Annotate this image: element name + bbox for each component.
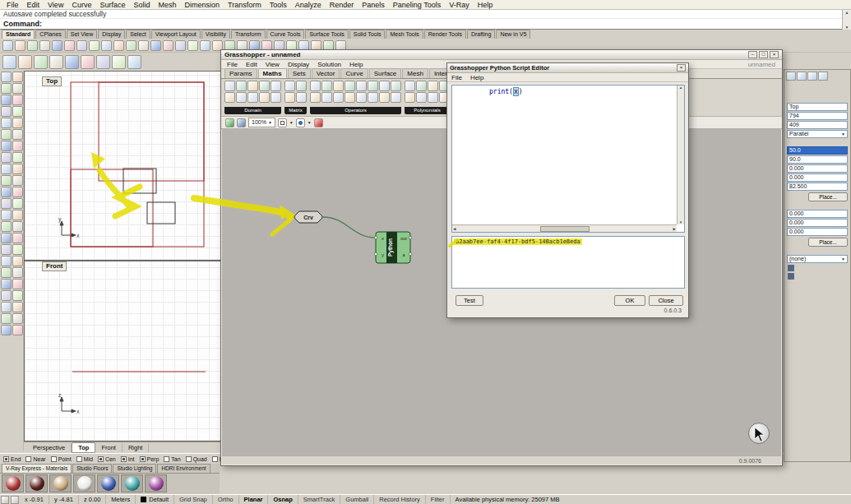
toolbar-tab[interactable]: CPlanes [35,30,65,39]
viewport-top-label[interactable]: Top [42,76,62,86]
viewport-tab[interactable]: Top [72,442,95,453]
toolbar-tab[interactable]: Viewport Layout [151,30,201,39]
toolbar-icon[interactable] [64,40,75,51]
sidebar-tool-icon[interactable] [12,267,23,278]
ribbon-tool-icon[interactable] [310,81,321,91]
vray-tab[interactable]: V-Ray Express - Materials [2,464,72,473]
osnap-toggle[interactable]: Int [121,456,135,462]
viewport-tab[interactable]: Right [123,443,150,452]
category-tab[interactable]: Vector [312,68,340,78]
sidebar-tool-icon[interactable] [12,256,23,266]
status-toggle[interactable]: Ortho [213,495,239,504]
sidebar-tool-icon[interactable] [12,164,23,174]
save-file-icon[interactable] [237,118,246,127]
grid-icon[interactable] [11,496,19,504]
sidebar-tool-icon[interactable] [12,198,23,209]
sidebar-tool-icon[interactable] [1,152,12,163]
sidebar-tool-icon[interactable] [1,83,12,94]
sidebar-tool-icon[interactable] [12,302,23,312]
sidebar-tool-icon[interactable] [1,233,12,243]
osnap-toggle[interactable]: Perp [140,456,160,462]
ribbon-tool-icon[interactable] [333,81,344,91]
toolbar-tab[interactable]: Set View [67,30,98,39]
status-toggle[interactable]: Osnap [268,495,298,504]
toolbar-icon[interactable] [2,55,16,69]
command-prompt[interactable]: Command: [0,19,851,30]
status-toggle[interactable]: SmartTrack [298,495,340,504]
sidebar-tool-icon[interactable] [1,210,12,220]
selection-marquee-icon[interactable] [278,118,287,127]
osnap-toggle[interactable]: End [3,456,21,462]
wallpaper-show-checkbox[interactable] [788,265,794,271]
horizontal-scrollbar[interactable]: ◀▶ [452,224,677,232]
wallpaper-gray-checkbox[interactable] [788,273,794,280]
sidebar-tool-icon[interactable] [12,129,23,140]
toolbar-icon[interactable] [27,40,38,51]
scroll-down-icon[interactable]: ▼ [679,220,682,224]
viewport-height-field[interactable]: 409 [787,121,848,129]
ribbon-tool-icon[interactable] [416,81,427,91]
canvas-navigation-ball[interactable] [748,423,770,444]
toolbar-icon[interactable] [65,55,79,69]
category-tab[interactable]: Sets [288,68,311,78]
menu-item[interactable]: View [44,0,67,10]
current-layer[interactable]: Default [136,495,174,504]
category-tab[interactable]: Surface [369,68,402,78]
material-thumbnail[interactable] [97,474,119,492]
material-thumbnail[interactable] [25,474,48,492]
category-tab[interactable]: Params [224,68,257,78]
ok-button[interactable]: OK [614,295,645,306]
ribbon-tool-icon[interactable] [224,92,235,103]
toolbar-icon[interactable] [52,40,62,51]
target-value-field[interactable]: 0.000 [787,219,848,227]
viewport-front-label[interactable]: Front [42,261,67,271]
menu-item[interactable]: V-Ray [445,0,474,10]
ribbon-tool-icon[interactable] [391,81,401,91]
sidebar-tool-icon[interactable] [1,325,12,335]
sidebar-tool-icon[interactable] [12,279,23,289]
sidebar-tool-icon[interactable] [1,175,12,186]
sidebar-tool-icon[interactable] [12,152,23,163]
sidebar-tool-icon[interactable] [12,175,23,186]
toolbar-icon[interactable] [127,55,141,69]
ribbon-tool-icon[interactable] [284,92,295,103]
paintbrush-icon[interactable] [314,118,323,127]
category-tab[interactable]: Maths [258,68,287,78]
camera-value-field[interactable]: 90.0 [787,155,848,164]
sidebar-tool-icon[interactable] [1,256,12,266]
close-button[interactable]: × [770,51,779,58]
toolbar-icon[interactable] [18,55,32,69]
toolbar-icon[interactable] [138,40,149,51]
ribbon-tool-icon[interactable] [296,81,307,91]
ribbon-tool-icon[interactable] [428,81,438,91]
sidebar-tool-icon[interactable] [1,72,12,82]
category-tab[interactable]: Curve [340,68,368,78]
ribbon-tool-icon[interactable] [405,81,415,91]
osnap-toggle[interactable]: Cen [98,456,116,462]
toolbar-icon[interactable] [150,40,161,51]
sidebar-tool-icon[interactable] [1,267,12,278]
toolbar-icon[interactable] [96,55,110,69]
toolbar-icon[interactable] [101,40,112,51]
ribbon-tool-icon[interactable] [368,92,378,103]
osnap-toggle[interactable]: Quad [186,456,207,462]
ribbon-tool-icon[interactable] [247,92,258,103]
grasshopper-title-bar[interactable]: Grasshopper - unnamed – □ × [221,50,782,60]
toolbar-icon[interactable] [76,40,87,51]
menu-item[interactable]: View [261,60,284,69]
ribbon-tool-icon[interactable] [224,81,235,91]
command-scrollbar[interactable]: ▲▼ [842,10,851,30]
status-toggle[interactable]: Record History [374,495,426,504]
sidebar-tool-icon[interactable] [1,279,12,289]
ribbon-tool-icon[interactable] [345,81,355,91]
maximize-button[interactable]: □ [759,51,768,58]
viewport-title-field[interactable]: Top [787,103,848,111]
menu-item[interactable]: Curve [67,0,95,10]
camera-value-field[interactable]: 0.000 [787,164,848,173]
menu-item[interactable]: Paneling Tools [389,0,445,10]
scrollbar-thumb[interactable] [540,226,590,232]
close-button-footer[interactable]: Close [649,295,683,306]
projection-dropdown[interactable]: Parallel▼ [787,130,848,138]
panel-tab-icon[interactable] [818,72,828,81]
scroll-down-icon[interactable]: ▼ [845,25,849,30]
